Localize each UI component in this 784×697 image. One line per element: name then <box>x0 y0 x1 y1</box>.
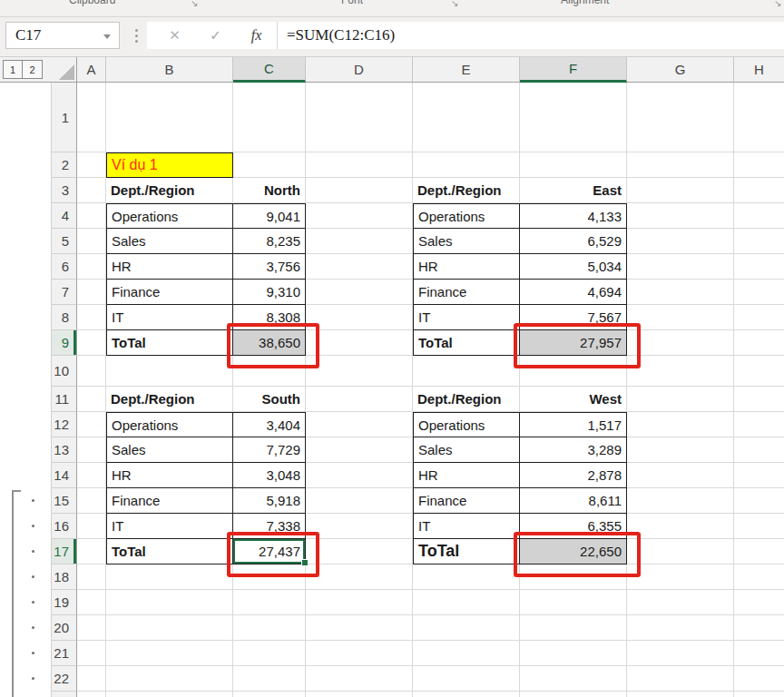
cell[interactable] <box>627 83 734 152</box>
cell[interactable] <box>306 330 413 356</box>
cell-f13[interactable]: 3,289 <box>520 437 627 463</box>
cell[interactable] <box>306 641 413 666</box>
cell[interactable] <box>77 463 106 488</box>
cell[interactable] <box>734 356 784 387</box>
cell[interactable] <box>233 666 306 692</box>
cell[interactable] <box>306 254 413 280</box>
cell[interactable] <box>734 666 784 692</box>
cell-e13[interactable]: Sales <box>413 437 520 463</box>
cell-f9-total[interactable]: 27,957 <box>520 330 627 356</box>
cell[interactable] <box>106 83 233 152</box>
cell[interactable] <box>520 152 627 178</box>
cell[interactable] <box>413 641 520 666</box>
cell[interactable] <box>520 356 627 387</box>
cell[interactable] <box>77 229 106 254</box>
cell[interactable] <box>106 356 233 387</box>
cell[interactable] <box>734 280 784 305</box>
cell[interactable] <box>77 412 106 437</box>
cell[interactable] <box>734 178 784 203</box>
cell[interactable] <box>627 387 734 412</box>
cell-f8[interactable]: 7,567 <box>520 305 627 330</box>
cell[interactable] <box>77 666 106 692</box>
cell-b15[interactable]: Finance <box>106 488 233 514</box>
cell[interactable] <box>627 412 734 437</box>
cell[interactable] <box>520 564 627 590</box>
cell[interactable] <box>77 539 106 564</box>
cell-e14[interactable]: HR <box>413 463 520 488</box>
cell[interactable] <box>77 488 106 514</box>
row-header-17[interactable]: 17 <box>51 539 77 564</box>
row-header-3[interactable]: 3 <box>51 178 77 203</box>
cell[interactable] <box>734 412 784 437</box>
cell[interactable] <box>306 539 413 564</box>
row-header-7[interactable]: 7 <box>51 280 77 305</box>
cell[interactable] <box>233 615 306 641</box>
row-header-16[interactable]: 16 <box>51 514 77 539</box>
cell-b2-note[interactable]: Ví dụ 1 <box>106 152 233 178</box>
row-header-14[interactable]: 14 <box>51 463 77 488</box>
formula-input[interactable]: =SUM(C12:C16) <box>287 26 395 44</box>
cell-c13[interactable]: 7,729 <box>233 437 306 463</box>
cell[interactable] <box>306 412 413 437</box>
column-header-b[interactable]: B <box>106 57 233 83</box>
cell[interactable] <box>627 330 734 356</box>
select-all-button[interactable] <box>51 57 77 83</box>
cell-c15[interactable]: 5,918 <box>233 488 306 514</box>
cell[interactable] <box>413 615 520 641</box>
column-header-f[interactable]: F <box>520 57 627 83</box>
cell[interactable] <box>306 615 413 641</box>
cell-c16[interactable]: 7,338 <box>233 514 306 539</box>
cell[interactable] <box>520 83 627 152</box>
row-header-10[interactable]: 10 <box>51 356 77 387</box>
cell-e5[interactable]: Sales <box>413 229 520 254</box>
cell[interactable] <box>77 178 106 203</box>
cell[interactable] <box>306 387 413 412</box>
cell-c9-total[interactable]: 38,650 <box>233 330 306 356</box>
cell[interactable] <box>77 280 106 305</box>
cell[interactable] <box>520 666 627 692</box>
cell-b14[interactable]: HR <box>106 463 233 488</box>
cell-c7[interactable]: 9,310 <box>233 280 306 305</box>
cell-e12[interactable]: Operations <box>413 412 520 437</box>
cell-b16[interactable]: IT <box>106 514 233 539</box>
cell[interactable] <box>627 229 734 254</box>
cell[interactable] <box>734 539 784 564</box>
cell-b13[interactable]: Sales <box>106 437 233 463</box>
row-header-23[interactable] <box>51 692 77 697</box>
cell[interactable] <box>627 152 734 178</box>
cell-b8[interactable]: IT <box>106 305 233 330</box>
cell[interactable] <box>520 590 627 615</box>
row-header-22[interactable]: 22 <box>51 666 77 692</box>
cell-c5[interactable]: 8,235 <box>233 229 306 254</box>
cell[interactable] <box>77 356 106 387</box>
cell[interactable] <box>233 356 306 387</box>
name-box-dropdown-icon[interactable] <box>103 34 111 39</box>
cell[interactable] <box>306 590 413 615</box>
cell[interactable] <box>77 590 106 615</box>
cell-e17[interactable]: ToTal <box>413 539 520 564</box>
enter-icon[interactable]: ✓ <box>195 27 236 44</box>
cell[interactable] <box>106 666 233 692</box>
cell-c6[interactable]: 3,756 <box>233 254 306 280</box>
cell[interactable] <box>306 564 413 590</box>
cell-e15[interactable]: Finance <box>413 488 520 514</box>
cell[interactable] <box>306 437 413 463</box>
cell[interactable] <box>106 564 233 590</box>
row-header-2[interactable]: 2 <box>51 152 77 178</box>
cell[interactable] <box>413 666 520 692</box>
cell-e9[interactable]: ToTal <box>413 330 520 356</box>
dialog-launcher-icon[interactable]: ↘ <box>191 0 198 8</box>
cell[interactable] <box>627 539 734 564</box>
cell[interactable] <box>106 641 233 666</box>
column-header-e[interactable]: E <box>413 57 520 83</box>
cell[interactable] <box>734 488 784 514</box>
cell[interactable] <box>627 666 734 692</box>
cell[interactable] <box>734 152 784 178</box>
cell-b12[interactable]: Operations <box>106 412 233 437</box>
cell[interactable] <box>627 463 734 488</box>
row-header-19[interactable]: 19 <box>51 590 77 615</box>
cell[interactable] <box>734 590 784 615</box>
row-header-18[interactable]: 18 <box>51 564 77 590</box>
cell[interactable] <box>734 330 784 356</box>
cell[interactable] <box>520 615 627 641</box>
